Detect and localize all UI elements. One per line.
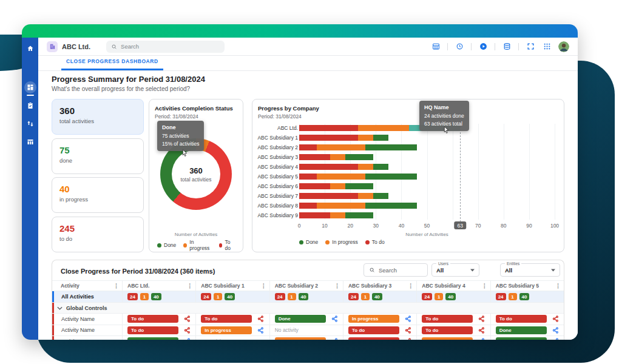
bar-segment-done[interactable]	[373, 193, 388, 199]
count-badge[interactable]: 40	[519, 293, 530, 300]
sidebar-item-tables[interactable]	[24, 136, 36, 148]
status-button-done[interactable]: Done	[275, 315, 326, 323]
column-header-activity[interactable]: Activity⋮	[52, 281, 122, 291]
status-button-to-do[interactable]: To do	[348, 337, 399, 340]
workflow-icon[interactable]	[478, 315, 485, 322]
bar-segment-done[interactable]	[365, 203, 416, 209]
bar-segment-done[interactable]	[365, 144, 416, 150]
workflow-icon[interactable]	[478, 338, 485, 340]
company-logo[interactable]	[47, 41, 58, 52]
status-button-to-do[interactable]: To do	[127, 315, 178, 323]
workflow-icon[interactable]	[257, 327, 264, 334]
sidebar-item-transactions[interactable]	[24, 118, 36, 130]
stat-card-done[interactable]: 75done	[52, 138, 144, 174]
bar-row-abc-subsidiary-5[interactable]	[299, 174, 417, 180]
bar-row-abc-subsidiary-2[interactable]	[299, 144, 417, 150]
group-row-global-controls[interactable]: Global Controls	[52, 302, 564, 313]
column-menu-icon[interactable]: ⋮	[113, 283, 119, 289]
bar-segment-done[interactable]	[373, 135, 388, 141]
column-header-abc-ltd-[interactable]: ABC Ltd.⋮	[122, 281, 195, 291]
workflow-icon[interactable]	[405, 327, 411, 334]
workflow-icon[interactable]	[331, 315, 338, 322]
bar-segment-to_do[interactable]	[299, 164, 358, 170]
bar-segment-in_progress[interactable]	[358, 125, 409, 131]
workflow-icon[interactable]	[257, 315, 264, 322]
bar-segment-done[interactable]	[345, 183, 373, 189]
status-button-done[interactable]: Done	[496, 337, 547, 340]
data-layers-button[interactable]	[502, 42, 512, 52]
users-filter-select[interactable]: Users All	[431, 263, 479, 277]
stat-card-total-activities[interactable]: 360total activities	[52, 99, 144, 135]
bar-segment-done[interactable]	[365, 174, 416, 180]
bar-segment-in_progress[interactable]	[358, 193, 373, 199]
workflow-icon[interactable]	[405, 315, 411, 322]
count-badge[interactable]: 24	[496, 293, 506, 300]
workflow-icon[interactable]	[478, 327, 485, 334]
column-menu-icon[interactable]: ⋮	[261, 283, 266, 289]
status-button-in-progress[interactable]: In progress	[275, 337, 326, 340]
bar-segment-to_do[interactable]	[299, 154, 330, 160]
global-search-input[interactable]: Search	[106, 41, 225, 53]
bar-row-abc-subsidiary-3[interactable]	[299, 154, 373, 160]
workflow-icon[interactable]	[184, 327, 191, 334]
count-badge[interactable]: 1	[214, 293, 222, 300]
bar-segment-done[interactable]	[373, 164, 388, 170]
status-button-in-progress[interactable]: In progress	[422, 337, 473, 340]
tab-close-progress-dashboard[interactable]: CLOSE PROGRESS DASHBOARD	[61, 58, 163, 70]
bar-segment-done[interactable]	[345, 154, 373, 160]
count-badge[interactable]: 40	[299, 293, 309, 300]
stat-card-in-progress[interactable]: 40in progress	[52, 177, 144, 213]
bar-segment-to_do[interactable]	[299, 193, 358, 199]
history-button[interactable]	[455, 42, 464, 52]
status-button-in-progress[interactable]: In progress	[348, 315, 399, 323]
bar-row-abc-subsidiary-8[interactable]	[299, 203, 417, 209]
column-menu-icon[interactable]: ⋮	[482, 283, 487, 289]
status-button-to-do[interactable]: To do	[496, 315, 547, 323]
count-badge[interactable]: 40	[225, 293, 235, 300]
status-button-in-progress[interactable]: In progress	[201, 326, 252, 334]
chevron-down-icon[interactable]	[57, 306, 63, 310]
bar-segment-done[interactable]	[345, 212, 373, 218]
count-badge[interactable]: 40	[445, 293, 456, 300]
status-button-done[interactable]: Done	[127, 337, 178, 340]
bar-segment-to_do[interactable]	[299, 203, 317, 209]
entities-filter-select[interactable]: Entities All	[500, 263, 560, 277]
bar-segment-to_do[interactable]	[299, 125, 358, 131]
column-header-abc-subsidiary-4[interactable]: ABC Subsidiary 4⋮	[416, 281, 490, 291]
bar-segment-in_progress[interactable]	[330, 183, 345, 189]
workflow-icon[interactable]	[184, 338, 191, 340]
column-menu-icon[interactable]: ⋮	[334, 283, 340, 289]
bar-segment-to_do[interactable]	[299, 174, 317, 180]
count-badge[interactable]: 1	[140, 293, 149, 300]
bar-segment-to_do[interactable]	[299, 183, 330, 189]
sidebar-item-home[interactable]	[24, 42, 36, 55]
workflow-icon[interactable]	[552, 327, 559, 334]
count-badge[interactable]: 40	[151, 293, 161, 300]
count-badge[interactable]: 24	[275, 293, 285, 300]
bar-segment-to_do[interactable]	[299, 135, 358, 141]
count-badge[interactable]: 1	[435, 293, 443, 300]
bar-segment-to_do[interactable]	[299, 212, 330, 218]
sidebar-item-tasks[interactable]	[24, 99, 36, 112]
table-search-input[interactable]: Search	[364, 263, 428, 277]
status-button-done[interactable]: Done	[496, 326, 547, 334]
column-menu-icon[interactable]: ⋮	[408, 283, 413, 289]
status-button-to-do[interactable]: To do	[127, 326, 178, 334]
bar-row-abc-subsidiary-1[interactable]	[299, 135, 388, 141]
stat-card-to-do[interactable]: 245to do	[52, 217, 144, 252]
status-button-to-do[interactable]: To do	[422, 326, 473, 334]
status-button-to-do[interactable]: To do	[422, 315, 473, 323]
bar-segment-in_progress[interactable]	[317, 174, 365, 180]
column-header-abc-subsidiary-2[interactable]: ABC Subsidiary 2⋮	[269, 281, 343, 291]
column-header-abc-subsidiary-1[interactable]: ABC Subsidiary 1⋮	[195, 281, 269, 291]
count-badge[interactable]: 24	[422, 293, 432, 300]
column-menu-icon[interactable]: ⋮	[555, 283, 561, 289]
count-badge[interactable]: 1	[288, 293, 296, 300]
bar-segment-in_progress[interactable]	[317, 203, 365, 209]
bar-segment-in_progress[interactable]	[330, 154, 345, 160]
status-button-to-do[interactable]: To do	[348, 326, 399, 334]
count-badge[interactable]: 1	[509, 293, 517, 300]
workflow-icon[interactable]	[552, 315, 559, 322]
sidebar-item-dashboard[interactable]	[24, 81, 36, 93]
table-view-button[interactable]	[431, 42, 441, 52]
